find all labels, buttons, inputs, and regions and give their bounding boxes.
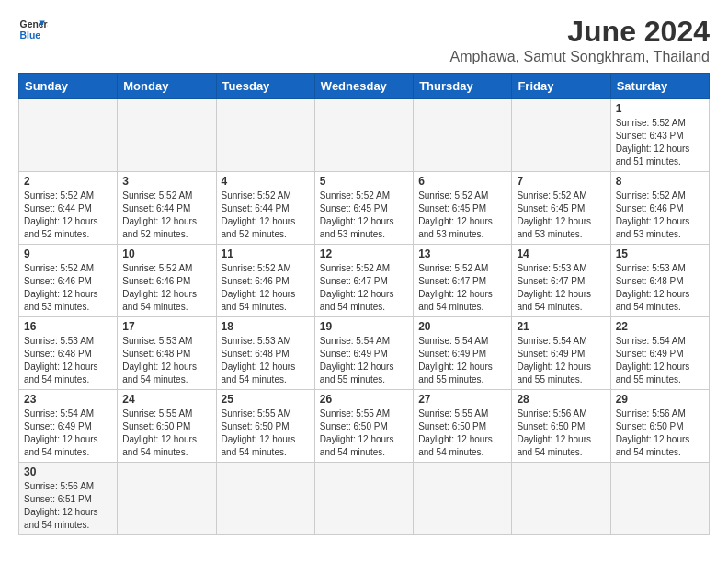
day-number: 17: [122, 320, 210, 333]
day-number: 24: [122, 393, 210, 406]
day-number: 9: [24, 247, 112, 260]
table-row: 1Sunrise: 5:52 AM Sunset: 6:43 PM Daylig…: [610, 99, 709, 172]
header-saturday: Saturday: [610, 74, 709, 99]
day-info: Sunrise: 5:52 AM Sunset: 6:46 PM Dayligh…: [222, 262, 310, 314]
table-row: [216, 463, 314, 535]
day-info: Sunrise: 5:52 AM Sunset: 6:43 PM Dayligh…: [616, 117, 704, 168]
table-row: 14Sunrise: 5:53 AM Sunset: 6:47 PM Dayli…: [512, 245, 610, 317]
header-sunday: Sunday: [19, 74, 118, 99]
table-row: 11Sunrise: 5:52 AM Sunset: 6:46 PM Dayli…: [216, 245, 314, 317]
day-number: 12: [320, 247, 408, 260]
table-row: 24Sunrise: 5:55 AM Sunset: 6:50 PM Dayli…: [118, 390, 216, 463]
table-row: 6Sunrise: 5:52 AM Sunset: 6:45 PM Daylig…: [414, 172, 512, 245]
day-info: Sunrise: 5:53 AM Sunset: 6:47 PM Dayligh…: [517, 262, 605, 314]
day-number: 19: [320, 320, 408, 333]
calendar-row: 30Sunrise: 5:56 AM Sunset: 6:51 PM Dayli…: [19, 463, 710, 535]
day-number: 30: [24, 465, 112, 478]
table-row: 9Sunrise: 5:52 AM Sunset: 6:46 PM Daylig…: [19, 245, 118, 317]
table-row: 30Sunrise: 5:56 AM Sunset: 6:51 PM Dayli…: [19, 463, 118, 535]
table-row: 22Sunrise: 5:54 AM Sunset: 6:49 PM Dayli…: [610, 317, 709, 390]
header-wednesday: Wednesday: [314, 74, 413, 99]
table-row: 19Sunrise: 5:54 AM Sunset: 6:49 PM Dayli…: [314, 317, 413, 390]
day-info: Sunrise: 5:52 AM Sunset: 6:44 PM Dayligh…: [24, 190, 112, 241]
day-info: Sunrise: 5:56 AM Sunset: 6:51 PM Dayligh…: [24, 480, 112, 532]
day-number: 15: [616, 247, 704, 260]
day-number: 4: [222, 175, 310, 188]
table-row: [314, 99, 413, 172]
calendar-row: 23Sunrise: 5:54 AM Sunset: 6:49 PM Dayli…: [19, 390, 710, 463]
day-number: 16: [24, 320, 112, 333]
day-number: 23: [24, 393, 112, 406]
day-number: 1: [616, 102, 704, 115]
day-info: Sunrise: 5:52 AM Sunset: 6:47 PM Dayligh…: [320, 262, 408, 314]
day-info: Sunrise: 5:53 AM Sunset: 6:48 PM Dayligh…: [122, 335, 210, 386]
table-row: [610, 463, 709, 535]
day-info: Sunrise: 5:52 AM Sunset: 6:44 PM Dayligh…: [122, 190, 210, 241]
calendar-row: 2Sunrise: 5:52 AM Sunset: 6:44 PM Daylig…: [19, 172, 710, 245]
table-row: 21Sunrise: 5:54 AM Sunset: 6:49 PM Dayli…: [512, 317, 610, 390]
day-number: 14: [517, 247, 605, 260]
table-row: [414, 463, 512, 535]
page-header: General Blue June 2024 Amphawa, Samut So…: [18, 15, 710, 65]
day-info: Sunrise: 5:54 AM Sunset: 6:49 PM Dayligh…: [616, 335, 704, 386]
day-info: Sunrise: 5:52 AM Sunset: 6:45 PM Dayligh…: [517, 190, 605, 241]
table-row: 23Sunrise: 5:54 AM Sunset: 6:49 PM Dayli…: [19, 390, 118, 463]
day-number: 18: [222, 320, 310, 333]
day-number: 28: [517, 393, 605, 406]
header-friday: Friday: [512, 74, 610, 99]
table-row: 17Sunrise: 5:53 AM Sunset: 6:48 PM Dayli…: [118, 317, 216, 390]
day-info: Sunrise: 5:52 AM Sunset: 6:44 PM Dayligh…: [222, 190, 310, 241]
table-row: 13Sunrise: 5:52 AM Sunset: 6:47 PM Dayli…: [414, 245, 512, 317]
table-row: 15Sunrise: 5:53 AM Sunset: 6:48 PM Dayli…: [610, 245, 709, 317]
calendar-subtitle: Amphawa, Samut Songkhram, Thailand: [449, 49, 710, 65]
day-number: 22: [616, 320, 704, 333]
day-info: Sunrise: 5:52 AM Sunset: 6:47 PM Dayligh…: [418, 262, 506, 314]
table-row: 20Sunrise: 5:54 AM Sunset: 6:49 PM Dayli…: [414, 317, 512, 390]
svg-text:Blue: Blue: [20, 30, 41, 40]
table-row: [216, 99, 314, 172]
day-number: 29: [616, 393, 704, 406]
generalblue-logo-icon: General Blue: [18, 15, 48, 44]
table-row: [414, 99, 512, 172]
logo: General Blue: [18, 15, 48, 44]
day-number: 21: [517, 320, 605, 333]
day-number: 26: [320, 393, 408, 406]
day-info: Sunrise: 5:55 AM Sunset: 6:50 PM Dayligh…: [122, 408, 210, 459]
day-info: Sunrise: 5:56 AM Sunset: 6:50 PM Dayligh…: [616, 408, 704, 459]
day-info: Sunrise: 5:55 AM Sunset: 6:50 PM Dayligh…: [418, 408, 506, 459]
day-info: Sunrise: 5:54 AM Sunset: 6:49 PM Dayligh…: [24, 408, 112, 459]
table-row: [118, 463, 216, 535]
calendar-row: 1Sunrise: 5:52 AM Sunset: 6:43 PM Daylig…: [19, 99, 710, 172]
calendar-row: 16Sunrise: 5:53 AM Sunset: 6:48 PM Dayli…: [19, 317, 710, 390]
table-row: 28Sunrise: 5:56 AM Sunset: 6:50 PM Dayli…: [512, 390, 610, 463]
day-number: 7: [517, 175, 605, 188]
day-info: Sunrise: 5:54 AM Sunset: 6:49 PM Dayligh…: [418, 335, 506, 386]
table-row: 25Sunrise: 5:55 AM Sunset: 6:50 PM Dayli…: [216, 390, 314, 463]
day-number: 13: [418, 247, 506, 260]
day-info: Sunrise: 5:53 AM Sunset: 6:48 PM Dayligh…: [616, 262, 704, 314]
day-info: Sunrise: 5:52 AM Sunset: 6:46 PM Dayligh…: [24, 262, 112, 314]
day-info: Sunrise: 5:53 AM Sunset: 6:48 PM Dayligh…: [24, 335, 112, 386]
day-info: Sunrise: 5:52 AM Sunset: 6:46 PM Dayligh…: [122, 262, 210, 314]
table-row: 26Sunrise: 5:55 AM Sunset: 6:50 PM Dayli…: [314, 390, 413, 463]
header-monday: Monday: [118, 74, 216, 99]
day-number: 2: [24, 175, 112, 188]
table-row: 4Sunrise: 5:52 AM Sunset: 6:44 PM Daylig…: [216, 172, 314, 245]
table-row: 12Sunrise: 5:52 AM Sunset: 6:47 PM Dayli…: [314, 245, 413, 317]
day-info: Sunrise: 5:52 AM Sunset: 6:45 PM Dayligh…: [418, 190, 506, 241]
table-row: 27Sunrise: 5:55 AM Sunset: 6:50 PM Dayli…: [414, 390, 512, 463]
header-tuesday: Tuesday: [216, 74, 314, 99]
table-row: [118, 99, 216, 172]
table-row: 10Sunrise: 5:52 AM Sunset: 6:46 PM Dayli…: [118, 245, 216, 317]
day-number: 6: [418, 175, 506, 188]
table-row: [19, 99, 118, 172]
table-row: [512, 463, 610, 535]
day-info: Sunrise: 5:54 AM Sunset: 6:49 PM Dayligh…: [320, 335, 408, 386]
table-row: 3Sunrise: 5:52 AM Sunset: 6:44 PM Daylig…: [118, 172, 216, 245]
day-number: 11: [222, 247, 310, 260]
calendar-table: Sunday Monday Tuesday Wednesday Thursday…: [18, 73, 710, 535]
day-info: Sunrise: 5:55 AM Sunset: 6:50 PM Dayligh…: [320, 408, 408, 459]
table-row: 18Sunrise: 5:53 AM Sunset: 6:48 PM Dayli…: [216, 317, 314, 390]
day-info: Sunrise: 5:53 AM Sunset: 6:48 PM Dayligh…: [222, 335, 310, 386]
title-area: June 2024 Amphawa, Samut Songkhram, Thai…: [449, 15, 710, 65]
